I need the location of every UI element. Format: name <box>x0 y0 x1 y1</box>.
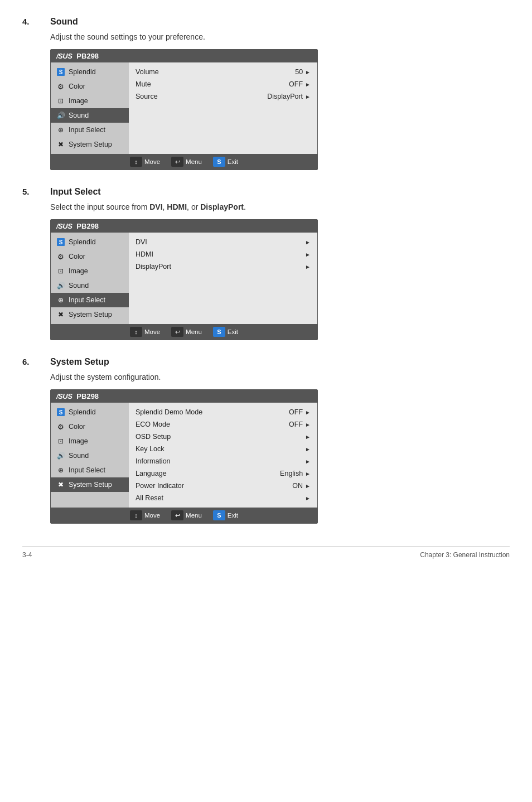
menu-label: Menu <box>186 512 202 519</box>
osd-footer: ↕ Move ↩ Menu S Exit <box>51 508 317 523</box>
menu-label: Sound <box>69 282 89 289</box>
osd-row-0[interactable]: Volume50 ► <box>136 66 311 78</box>
osd-menu-item-image[interactable]: ⊡Image <box>51 434 129 448</box>
menu-icon: ⊡ <box>56 96 65 105</box>
section-desc-0: Adjust the sound settings to your prefer… <box>50 32 510 41</box>
osd-menu-item-color[interactable]: ⚙Color <box>51 249 129 264</box>
footer-page-number: 3-4 <box>22 551 32 559</box>
osd-menu-item-color[interactable]: ⚙Color <box>51 419 129 434</box>
osd-content: Splendid Demo ModeOFF ►ECO ModeOFF ►OSD … <box>129 403 317 508</box>
osd-row-7[interactable]: All Reset► <box>136 492 311 504</box>
osd-row-0[interactable]: Splendid Demo ModeOFF ► <box>136 406 311 418</box>
menu-icon: S <box>56 67 65 76</box>
osd-box-1: /SUS PB298SSplendid⚙Color⊡Image🔊Sound⊕In… <box>50 219 318 340</box>
menu-label: Image <box>69 97 88 105</box>
osd-row-6[interactable]: Power IndicatorON ► <box>136 480 311 492</box>
section-desc-2: Adjust the system configuration. <box>50 373 510 381</box>
section-0: 4.SoundAdjust the sound settings to your… <box>22 17 510 170</box>
osd-row-2[interactable]: DisplayPort► <box>136 260 311 273</box>
menu-label: Input Select <box>69 126 105 134</box>
arrow-right-icon: ► <box>305 422 311 428</box>
osd-sidebar: SSplendid⚙Color⊡Image🔊Sound⊕Input Select… <box>51 403 129 508</box>
menu-label: System Setup <box>69 141 112 148</box>
section-number-2: 6. <box>22 357 50 366</box>
menu-label: Splendid <box>69 408 96 416</box>
osd-menu-item-system-setup[interactable]: ✖System Setup <box>51 137 129 152</box>
arrow-right-icon: ► <box>305 252 311 258</box>
osd-row-2[interactable]: SourceDisplayPort ► <box>136 90 311 103</box>
arrow-right-icon: ► <box>305 446 311 452</box>
asus-logo: /SUS <box>56 52 72 60</box>
osd-model: PB298 <box>76 222 99 230</box>
osd-row-1[interactable]: MuteOFF ► <box>136 78 311 90</box>
section-number-1: 5. <box>22 187 50 196</box>
footer-chapter: Chapter 3: General Instruction <box>420 551 510 559</box>
arrow-right-icon: ► <box>305 458 311 465</box>
exit-label: Exit <box>228 158 238 165</box>
menu-icon: S <box>56 408 65 417</box>
osd-menu-item-input-select[interactable]: ⊕Input Select <box>51 123 129 137</box>
menu-icon: ⊕ <box>56 466 65 475</box>
menu-icon: ↩ <box>171 510 183 520</box>
menu-label: System Setup <box>69 481 112 489</box>
osd-row-label: Key Lock <box>136 445 164 453</box>
footer-menu: ↩ Menu <box>171 510 202 520</box>
osd-menu-item-input-select[interactable]: ⊕Input Select <box>51 463 129 477</box>
osd-row-value: English ► <box>280 470 311 477</box>
osd-menu-item-splendid[interactable]: SSplendid <box>51 405 129 419</box>
footer-menu: ↩ Menu <box>171 157 202 167</box>
arrow-right-icon: ► <box>305 495 311 501</box>
menu-label: Sound <box>69 452 89 460</box>
osd-menu-item-splendid[interactable]: SSplendid <box>51 65 129 79</box>
arrow-right-icon: ► <box>305 264 311 270</box>
move-label: Move <box>144 512 160 519</box>
osd-titlebar: /SUS PB298 <box>51 50 317 62</box>
menu-label: Input Select <box>69 296 105 304</box>
menu-icon: ⊡ <box>56 267 65 276</box>
osd-row-value: ► <box>305 434 311 440</box>
osd-row-value: ON ► <box>292 482 311 490</box>
osd-menu-item-sound[interactable]: 🔊Sound <box>51 108 129 123</box>
osd-row-label: ECO Mode <box>136 421 170 428</box>
osd-menu-item-image[interactable]: ⊡Image <box>51 94 129 108</box>
menu-label: Splendid <box>69 68 96 76</box>
menu-label: Image <box>69 437 88 445</box>
osd-menu-item-color[interactable]: ⚙Color <box>51 79 129 94</box>
osd-menu-item-splendid[interactable]: SSplendid <box>51 235 129 249</box>
menu-icon: ✖ <box>56 140 65 149</box>
osd-row-label: Volume <box>136 68 159 76</box>
osd-row-3[interactable]: Key Lock► <box>136 443 311 455</box>
osd-row-value: ► <box>305 252 311 258</box>
asus-logo: /SUS <box>56 222 72 230</box>
osd-row-1[interactable]: HDMI► <box>136 248 311 260</box>
osd-menu-item-input-select[interactable]: ⊕Input Select <box>51 293 129 307</box>
osd-menu-item-image[interactable]: ⊡Image <box>51 264 129 278</box>
osd-titlebar: /SUS PB298 <box>51 220 317 233</box>
move-label: Move <box>144 158 160 165</box>
exit-label: Exit <box>228 512 238 519</box>
osd-row-value: OFF ► <box>289 408 311 416</box>
osd-row-label: Information <box>136 457 171 465</box>
menu-label: Splendid <box>69 238 96 246</box>
exit-label: Exit <box>228 328 238 335</box>
osd-menu-item-system-setup[interactable]: ✖System Setup <box>51 307 129 322</box>
osd-row-label: OSD Setup <box>136 433 171 441</box>
menu-icon: ✖ <box>56 310 65 319</box>
osd-menu-item-system-setup[interactable]: ✖System Setup <box>51 477 129 492</box>
osd-sidebar: SSplendid⚙Color⊡Image🔊Sound⊕Input Select… <box>51 233 129 324</box>
osd-menu-item-sound[interactable]: 🔊Sound <box>51 278 129 293</box>
section-number-0: 4. <box>22 17 50 26</box>
osd-row-label: Language <box>136 470 167 477</box>
osd-row-label: DisplayPort <box>136 263 171 270</box>
osd-row-0[interactable]: DVI► <box>136 236 311 248</box>
arrow-right-icon: ► <box>305 483 311 489</box>
osd-row-5[interactable]: LanguageEnglish ► <box>136 467 311 480</box>
osd-menu-item-sound[interactable]: 🔊Sound <box>51 448 129 463</box>
osd-row-2[interactable]: OSD Setup► <box>136 431 311 443</box>
osd-row-1[interactable]: ECO ModeOFF ► <box>136 418 311 431</box>
osd-model: PB298 <box>76 52 99 60</box>
menu-icon: ↩ <box>171 327 183 337</box>
osd-row-4[interactable]: Information► <box>136 455 311 467</box>
osd-row-label: All Reset <box>136 494 163 502</box>
footer-exit: S Exit <box>213 157 238 167</box>
